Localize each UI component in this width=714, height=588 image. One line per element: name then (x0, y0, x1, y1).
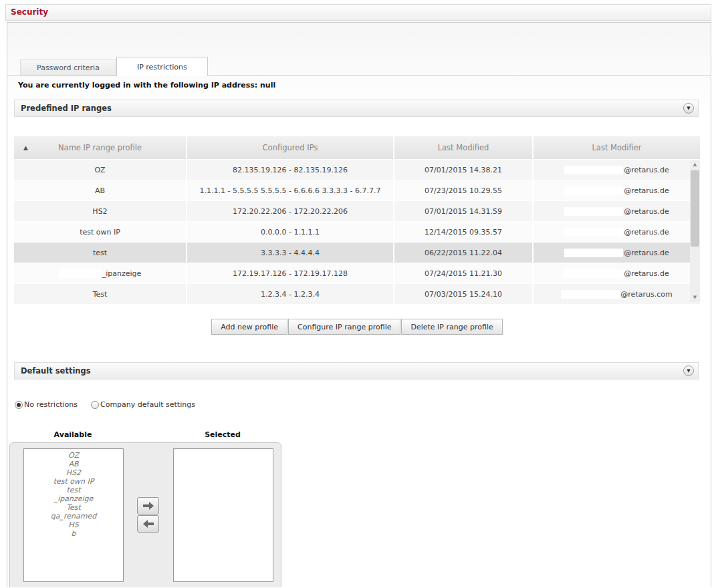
available-list-item[interactable]: _ipanzeige (24, 494, 123, 503)
cell-configured-ips: 172.20.22.206 - 172.20.22.206 (187, 201, 393, 221)
cell-last-modifier: @retarus.de (533, 222, 700, 242)
cell-configured-ips: 82.135.19.126 - 82.135.19.126 (187, 160, 393, 180)
redacted-text (564, 166, 623, 174)
available-list-item[interactable]: HS (24, 521, 123, 529)
profile-assignment-panel: OZABHS2test own IPtest_ipanzeigeTestqa_r… (9, 442, 281, 587)
arrow-left-icon (142, 520, 154, 528)
redacted-text (564, 269, 623, 278)
available-label: Available (23, 430, 123, 439)
section-predefined-ip-ranges: Predefined IP ranges ▼ (14, 100, 699, 117)
radio-unselected-icon (91, 401, 99, 409)
table-body: OZ82.135.19.126 - 82.135.19.12607/01/201… (14, 160, 700, 304)
available-list-item[interactable]: test (24, 486, 123, 494)
section-title: Predefined IP ranges (21, 104, 112, 113)
add-new-profile-button[interactable]: Add new profile (211, 319, 287, 335)
cell-last-modifier: @retarus.de (533, 160, 700, 180)
duallist-arrows (137, 497, 159, 533)
sort-ascending-icon[interactable]: ▲ (23, 144, 28, 151)
column-header-last-modifier[interactable]: Last Modifier (533, 136, 700, 159)
cell-profile-name: test own IP (14, 222, 186, 242)
scroll-up-icon[interactable]: ▲ (690, 160, 700, 169)
cell-profile-name: AB (14, 180, 186, 200)
arrow-right-icon (142, 502, 154, 510)
cell-configured-ips: 3.3.3.3 - 4.4.4.4 (187, 243, 393, 263)
restriction-mode-radios: No restrictions Company default settings (15, 400, 711, 409)
cell-last-modified: 12/14/2015 09.35.57 (394, 222, 532, 242)
column-header-configured-ips[interactable]: Configured IPs (187, 136, 393, 159)
move-right-button[interactable] (137, 497, 159, 514)
configure-ip-range-profile-button[interactable]: Configure IP range profile (288, 319, 400, 335)
ip-range-table: ▲ Name IP range profile Configured IPs L… (14, 136, 700, 304)
cell-configured-ips: 1.2.3.4 - 1.2.3.4 (187, 284, 393, 304)
available-list-item[interactable]: b (24, 529, 123, 538)
move-left-button[interactable] (137, 515, 159, 533)
table-row[interactable]: test3.3.3.3 - 4.4.4.406/22/2015 11.22.04… (14, 243, 700, 263)
cell-last-modifier: @retarus.de (533, 180, 700, 200)
tab-ip-restrictions[interactable]: IP restrictions (116, 57, 208, 76)
available-list-item[interactable]: AB (24, 460, 123, 468)
scroll-down-icon[interactable]: ▼ (690, 293, 700, 302)
radio-no-restrictions[interactable]: No restrictions (15, 400, 78, 409)
available-list-item[interactable]: HS2 (24, 468, 123, 477)
table-row[interactable]: test own IP0.0.0.0 - 1.1.1.112/14/2015 0… (14, 222, 700, 242)
cell-last-modified: 07/01/2015 14.31.59 (394, 201, 532, 221)
cell-last-modifier: @retarus.de (533, 263, 700, 283)
cell-profile-name: OZ (14, 160, 186, 180)
content-panel: Password criteria IP restrictions You ar… (7, 22, 711, 587)
redacted-text (564, 228, 623, 237)
cell-configured-ips: 172.19.17.126 - 172.19.17.128 (187, 263, 393, 283)
current-ip-message: You are currently logged in with the fol… (18, 81, 711, 90)
delete-ip-range-profile-button[interactable]: Delete IP range profile (401, 319, 502, 335)
collapse-icon[interactable]: ▼ (683, 103, 694, 114)
cell-last-modified: 07/23/2015 10.29.55 (394, 180, 532, 200)
redacted-text (561, 290, 620, 299)
cell-profile-name: HS2 (14, 201, 186, 221)
radio-selected-icon (15, 401, 23, 409)
scrollbar-thumb[interactable] (691, 170, 699, 247)
page-title: Security (11, 7, 48, 17)
table-row[interactable]: AB1.1.1.1 - 5.5.5.5 5.5.5.5 - 6.6.6.6 3.… (14, 180, 700, 200)
available-list-item[interactable]: test own IP (24, 477, 123, 486)
redacted-text (564, 207, 623, 216)
selected-label: Selected (172, 430, 273, 439)
cell-last-modified: 07/01/2015 14.38.21 (394, 160, 532, 180)
cell-configured-ips: 1.1.1.1 - 5.5.5.5 5.5.5.5 - 6.6.6.6 3.3.… (187, 180, 393, 200)
cell-profile-name: _ipanzeige (14, 263, 186, 283)
redacted-text (59, 269, 102, 278)
collapse-icon[interactable]: ▼ (683, 365, 694, 376)
available-list-item[interactable]: Test (24, 503, 123, 512)
table-scrollbar[interactable]: ▲ ▼ (690, 160, 700, 302)
duallist-labels: Available Selected (9, 430, 281, 440)
table-row[interactable]: _ipanzeige172.19.17.126 - 172.19.17.1280… (14, 263, 700, 283)
cell-profile-name: test (14, 243, 186, 263)
cell-last-modified: 07/24/2015 11.21.30 (394, 263, 532, 283)
cell-last-modified: 07/03/2015 15.24.10 (394, 284, 532, 304)
radio-company-default-settings[interactable]: Company default settings (91, 400, 195, 409)
available-list-item[interactable]: OZ (24, 451, 123, 460)
section-default-settings: Default settings ▼ (14, 362, 699, 380)
table-header-row: ▲ Name IP range profile Configured IPs L… (14, 136, 700, 159)
cell-profile-name: Test (14, 284, 186, 304)
table-row[interactable]: OZ82.135.19.126 - 82.135.19.12607/01/201… (14, 160, 700, 180)
column-header-name[interactable]: ▲ Name IP range profile (14, 136, 186, 159)
tab-bar: Password criteria IP restrictions (7, 57, 711, 76)
selected-listbox[interactable] (173, 448, 273, 582)
cell-configured-ips: 0.0.0.0 - 1.1.1.1 (187, 222, 393, 242)
table-row[interactable]: Test1.2.3.4 - 1.2.3.407/03/2015 15.24.10… (14, 284, 700, 304)
table-actions: Add new profileConfigure IP range profil… (14, 319, 700, 335)
table-row[interactable]: HS2172.20.22.206 - 172.20.22.20607/01/20… (14, 201, 700, 221)
available-list-item[interactable]: qa_renamed (24, 512, 123, 521)
tab-password-criteria[interactable]: Password criteria (20, 59, 116, 76)
cell-last-modifier: @retarus.com (533, 284, 700, 304)
cell-last-modifier: @retarus.de (533, 243, 700, 263)
available-listbox[interactable]: OZABHS2test own IPtest_ipanzeigeTestqa_r… (23, 448, 124, 582)
page-title-bar: Security (5, 4, 711, 21)
section-title: Default settings (21, 366, 91, 376)
cell-last-modified: 06/22/2015 11.22.04 (394, 243, 532, 263)
cell-last-modifier: @retarus.de (533, 201, 700, 221)
redacted-text (564, 186, 623, 195)
column-header-last-modified[interactable]: Last Modified (394, 136, 532, 159)
redacted-text (564, 249, 623, 257)
